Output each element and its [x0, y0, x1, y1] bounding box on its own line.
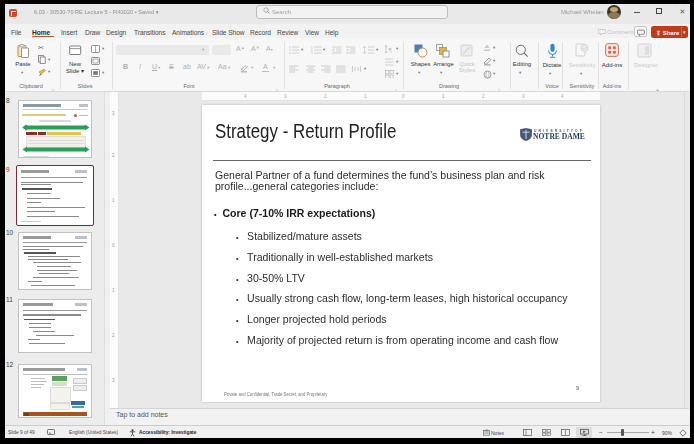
- svg-text:¶: ¶: [389, 46, 393, 54]
- svg-text:3: 3: [311, 51, 313, 54]
